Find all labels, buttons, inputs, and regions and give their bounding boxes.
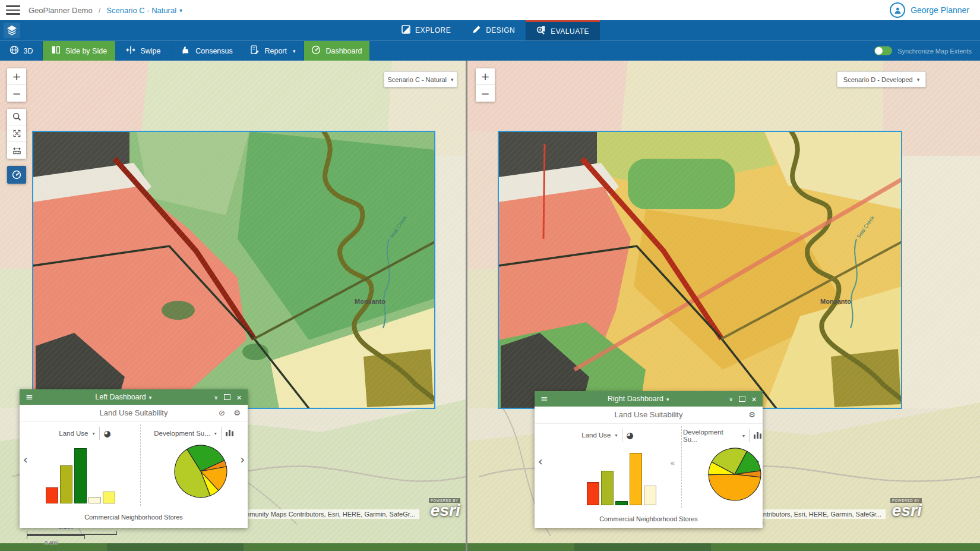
report-button[interactable]: Report ▾ (242, 41, 304, 61)
caret-down-icon: ▾ (214, 431, 217, 436)
close-icon[interactable]: × (236, 393, 242, 402)
dashboard-title-menu[interactable]: Right Dashboard▾ (548, 395, 729, 403)
dashboard-tool (7, 166, 26, 184)
sync-extents-toggle[interactable] (874, 46, 892, 55)
breadcrumb-scenario-menu[interactable]: Scenario C - Natural (106, 6, 176, 15)
settings-gear-icon[interactable]: ⚙ (748, 407, 755, 423)
dashboard-button[interactable]: Dashboard (304, 41, 369, 61)
land-use-bar-chart[interactable] (587, 453, 656, 505)
layers-icon[interactable] (4, 23, 20, 38)
chart-divider (681, 426, 682, 508)
zoom-out-button[interactable]: − (7, 85, 26, 102)
user-name: George Planner (911, 5, 969, 15)
full-extent-tool-button[interactable] (7, 125, 26, 142)
window-controls: ∨ × (729, 395, 757, 404)
indicator-title: Land Use Suitability (615, 410, 683, 419)
dashboard-tool-button[interactable] (7, 166, 26, 184)
left-scenario-selector[interactable]: Scenario C - Natural ▾ (384, 71, 457, 87)
indicator-footer: Commercial Neighborhood Stores (20, 508, 248, 528)
chart-selector[interactable]: Land Use ▾ ◕ (31, 427, 138, 440)
esri-logo: POWERED BY esri (429, 498, 460, 518)
zoom-controls: + − (7, 68, 26, 102)
charts-carousel: ‹ › « Land Use ▾ ◕ Development Su... ▾ (535, 423, 763, 510)
3d-button[interactable]: 3D (0, 41, 43, 61)
bar-segment (615, 501, 628, 505)
bar-segment (74, 448, 87, 503)
right-scenario-selector[interactable]: Scenario D - Developed ▾ (837, 71, 926, 87)
tab-explore[interactable]: EXPLORE (391, 20, 461, 40)
collapse-icon[interactable]: ∨ (729, 396, 733, 402)
chart-selector[interactable]: Development Su... ▾ (140, 427, 247, 440)
mode-tabs: EXPLORE DESIGN EVALUATE (391, 20, 600, 40)
chart-selector[interactable]: Land Use ▾ ◕ (551, 429, 664, 442)
side-by-side-icon (51, 45, 61, 56)
user-avatar-icon (890, 2, 905, 18)
evaluate-toolbar: 3D Side by Side Swipe Consensus Report ▾… (0, 40, 980, 61)
right-dashboard-header[interactable]: ≡ Right Dashboard▾ ∨ × (535, 391, 763, 407)
settings-gear-icon[interactable]: ⚙ (233, 405, 241, 421)
collapse-icon[interactable]: ∨ (214, 394, 218, 401)
caret-down-icon: ▾ (917, 77, 920, 83)
development-suitability-pie-chart[interactable] (707, 446, 763, 502)
explore-icon (402, 25, 410, 36)
caret-down-icon[interactable]: ▾ (179, 7, 182, 14)
carousel-prev-button[interactable]: ‹ (23, 453, 28, 466)
hamburger-menu-icon[interactable]: ≡ (26, 392, 33, 402)
land-use-bar-chart[interactable] (46, 448, 115, 503)
thumbs-consensus-icon (181, 45, 191, 56)
dashboard-gauge-icon (311, 45, 321, 56)
maximize-icon[interactable] (739, 396, 745, 402)
tab-design[interactable]: DESIGN (461, 20, 526, 40)
map-town-label: Monsanto (820, 298, 851, 305)
bar-segment (46, 487, 58, 503)
bar-segment (103, 492, 115, 503)
bar-segment (60, 465, 72, 503)
bar-segment (644, 486, 656, 505)
charts-carousel: ‹ › Land Use ▾ ◕ Development Su... ▾ (20, 421, 248, 508)
top-app-bar: GeoPlanner Demo / Scenario C - Natural ▾… (0, 0, 980, 20)
map-tools (7, 109, 26, 159)
swipe-button[interactable]: Swipe (115, 41, 172, 61)
app-title: GeoPlanner Demo (29, 6, 93, 15)
bar-chart-icon[interactable] (226, 429, 233, 437)
pie-chart-icon[interactable]: ◕ (104, 429, 111, 438)
zoom-out-button[interactable]: − (476, 85, 495, 102)
carousel-next-button[interactable]: › (240, 453, 245, 466)
user-menu[interactable]: George Planner (890, 2, 980, 18)
zoom-in-button[interactable]: + (476, 68, 495, 85)
side-by-side-button[interactable]: Side by Side (43, 41, 115, 61)
maximize-icon[interactable] (224, 394, 230, 400)
breadcrumb-separator: / (99, 6, 101, 15)
development-suitability-pie-chart[interactable] (173, 443, 229, 499)
pie-slice (709, 474, 761, 500)
esri-logo: POWERED BY esri (890, 498, 922, 518)
bar-chart-icon[interactable] (754, 432, 761, 440)
tab-evaluate[interactable]: EVALUATE (526, 20, 600, 40)
measure-tool-button[interactable] (7, 142, 26, 159)
caret-down-icon: ▾ (615, 433, 618, 438)
zoom-controls: + − (476, 68, 495, 102)
chart-selector[interactable]: Development Su... ▾ (683, 429, 761, 443)
mode-nav-bar: EXPLORE DESIGN EVALUATE (0, 20, 980, 40)
consensus-button[interactable]: Consensus (172, 41, 242, 61)
map-town-label: Monsanto (355, 298, 385, 305)
search-tool-button[interactable] (7, 109, 26, 125)
hamburger-menu-icon[interactable] (6, 5, 20, 15)
close-icon[interactable]: × (751, 395, 757, 404)
zoom-in-button[interactable]: + (7, 68, 26, 85)
bar-segment (630, 453, 642, 505)
pie-chart-icon[interactable]: ◕ (627, 430, 634, 440)
right-dashboard-panel: ≡ Right Dashboard▾ ∨ × Land Use Suitabil… (535, 391, 763, 528)
left-dashboard-header[interactable]: ≡ Left Dashboard▾ ∨ × (20, 389, 248, 405)
hamburger-menu-icon[interactable]: ≡ (540, 393, 548, 404)
collapse-divider-button[interactable]: « (670, 458, 675, 468)
bar-segment (587, 482, 599, 505)
caret-down-icon: ▾ (293, 48, 296, 54)
visibility-off-icon[interactable]: ⊘ (219, 405, 225, 421)
bar-segment (601, 471, 614, 505)
evaluate-chart-magnifier-icon (536, 26, 546, 37)
dashboard-title-menu[interactable]: Left Dashboard▾ (33, 393, 214, 401)
left-dashboard-panel: ≡ Left Dashboard▾ ∨ × Land Use Suitabili… (20, 389, 248, 528)
carousel-prev-button[interactable]: ‹ (538, 455, 543, 468)
caret-down-icon: ▾ (93, 431, 95, 436)
